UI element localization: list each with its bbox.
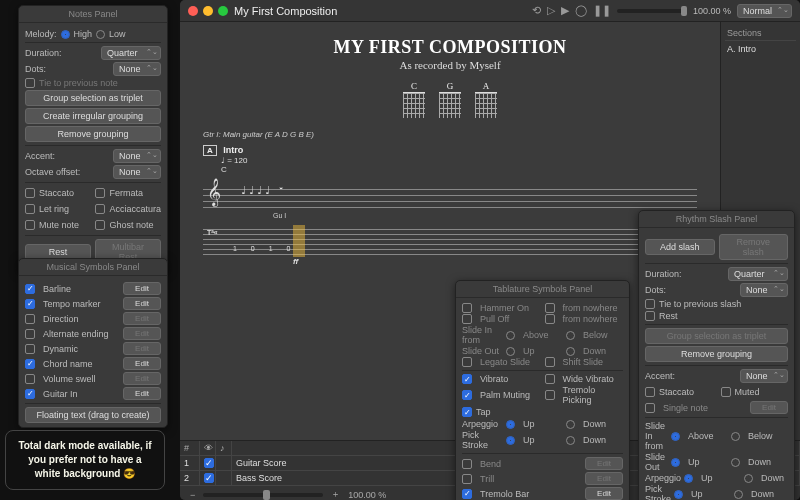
rhythm-slash-panel: Rhythm Slash Panel Add slashRemove slash… <box>638 210 795 500</box>
zoom-readout: 100.00 % <box>693 6 731 16</box>
score-title: MY FIRST COMPOSITION <box>195 37 705 58</box>
window-title: My First Composition <box>234 5 337 17</box>
play-icon[interactable]: ▶ <box>561 4 569 17</box>
tie-check[interactable] <box>25 78 35 88</box>
zoom-icon[interactable] <box>218 6 228 16</box>
chord-diagram-icon <box>403 92 425 118</box>
zoom-slider[interactable] <box>203 493 323 497</box>
chord-diagram-icon <box>475 92 497 118</box>
panel-title: Notes Panel <box>19 6 167 23</box>
accent-select[interactable]: None⌃⌄ <box>113 149 161 163</box>
zoom-in-icon[interactable]: ＋ <box>331 488 340 500</box>
playhead-cursor <box>293 225 305 257</box>
tablature-symbols-panel: Tablature Symbols Panel Hammer Onfrom no… <box>455 280 630 500</box>
dark-mode-tooltip: Total dark mode available, if you prefer… <box>5 430 165 490</box>
staff[interactable]: ♩ ♩ ♩ ♩ 𝄻 <box>203 178 697 212</box>
floating-text-button[interactable]: Floating text (drag to create) <box>25 407 161 423</box>
score-subtitle: As recorded by Myself <box>195 59 705 71</box>
titlebar: My First Composition ⟲ ▷ ▶ ◯ ❚❚ 100.00 %… <box>180 0 800 22</box>
pause-icon[interactable]: ❚❚ <box>593 4 611 17</box>
record-icon[interactable]: ◯ <box>575 4 587 17</box>
position-slider[interactable] <box>617 9 687 13</box>
play-outline-icon[interactable]: ▷ <box>547 4 555 17</box>
dots-select[interactable]: None⌃⌄ <box>113 62 161 76</box>
zoom-out-icon[interactable]: − <box>190 490 195 500</box>
instrument-label: Gtr I: Main guitar (E A D G B E) <box>203 130 705 139</box>
octave-select[interactable]: None⌃⌄ <box>113 165 161 179</box>
speed-select[interactable]: Normal⌃⌄ <box>737 4 792 18</box>
rewind-icon[interactable]: ⟲ <box>532 4 541 17</box>
mute-col-icon: ♪ <box>216 441 232 455</box>
minimize-icon[interactable] <box>203 6 213 16</box>
slash-accent-select[interactable]: None⌃⌄ <box>740 369 788 383</box>
section-item[interactable]: A. Intro <box>725 41 796 57</box>
remove-group-button[interactable]: Remove grouping <box>25 126 161 142</box>
notes-panel: Notes Panel Melody: High Low Duration: Q… <box>18 5 168 272</box>
tablature[interactable]: 1 0 1 0 <box>203 225 697 257</box>
duration-select[interactable]: Quarter⌃⌄ <box>101 46 161 60</box>
melody-high-radio[interactable] <box>61 30 70 39</box>
close-icon[interactable] <box>188 6 198 16</box>
window-controls[interactable] <box>188 6 228 16</box>
panel-title: Musical Symbols Panel <box>19 259 167 276</box>
slash-duration-select[interactable]: Quarter⌃⌄ <box>728 267 788 281</box>
slash-dots-select[interactable]: None⌃⌄ <box>740 283 788 297</box>
group-triplet-button[interactable]: Group selection as triplet <box>25 90 161 106</box>
melody-low-radio[interactable] <box>96 30 105 39</box>
musical-symbols-panel: Musical Symbols Panel BarlineEdit Tempo … <box>18 258 168 428</box>
chord-diagrams: C G A <box>195 81 705 118</box>
irregular-group-button[interactable]: Create irregular grouping <box>25 108 161 124</box>
visible-col-icon: 👁 <box>200 441 216 455</box>
chord-diagram-icon <box>439 92 461 118</box>
remove-slash-button[interactable]: Remove slash <box>719 234 789 260</box>
add-slash-button[interactable]: Add slash <box>645 239 715 255</box>
